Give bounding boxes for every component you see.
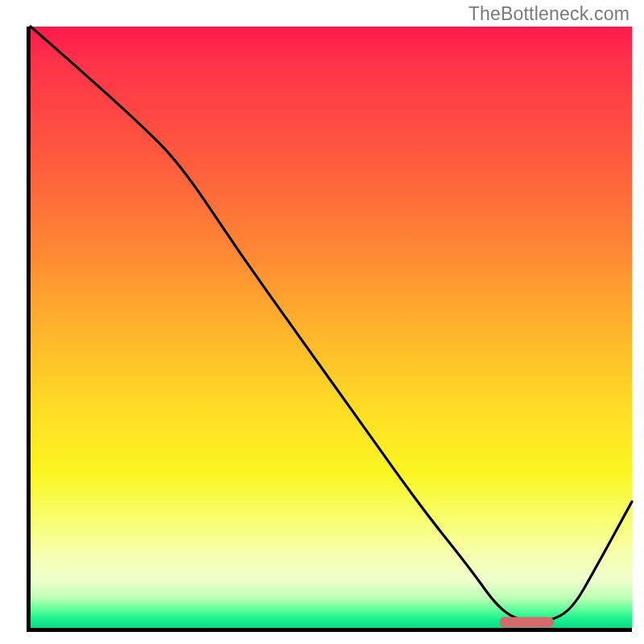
plot-area: [31, 27, 632, 628]
optimal-marker: [31, 27, 632, 628]
watermark-text: TheBottleneck.com: [469, 3, 630, 25]
optimal-marker-bar: [500, 617, 554, 628]
chart-frame: TheBottleneck.com: [0, 0, 644, 644]
